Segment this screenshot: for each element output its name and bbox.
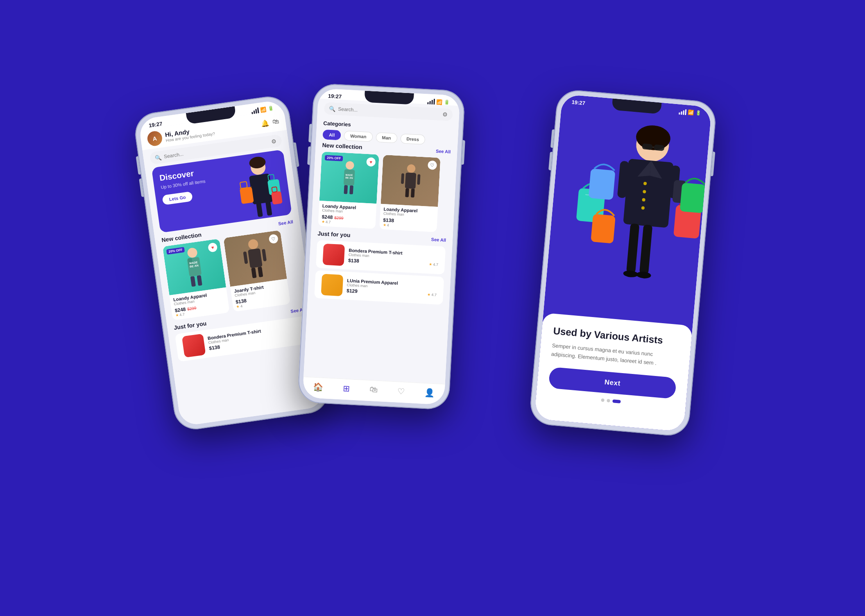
svg-rect-49	[626, 223, 639, 273]
see-all-collection-left[interactable]: See All	[278, 219, 294, 226]
svg-rect-61	[680, 183, 706, 213]
jfy-rating-1-mid: ★ 4.7	[429, 262, 438, 267]
product-card-2-left[interactable]: ♡ Joardy T-shirt Clothes man $138 ★ 4	[223, 230, 290, 312]
svg-rect-50	[639, 224, 652, 274]
nav-heart[interactable]: ♡	[397, 386, 405, 396]
star-icon-1: ★	[175, 313, 179, 317]
svg-rect-33	[405, 188, 409, 197]
svg-rect-7	[240, 181, 247, 188]
person-figure-2	[238, 236, 272, 281]
jfy-star-2: ★	[427, 292, 431, 297]
bell-icon[interactable]: 🔔	[260, 119, 269, 128]
phone-right-screen: 19:27 📶 🔋	[534, 94, 712, 432]
svg-point-51	[623, 270, 638, 278]
svg-point-52	[636, 271, 651, 279]
jfy-see-all-mid[interactable]: See All	[431, 237, 446, 242]
signal-icon-right	[679, 109, 686, 115]
pill-all[interactable]: All	[323, 129, 341, 140]
jfy-rating-2-mid: ★ 4.7	[427, 292, 437, 297]
badge-20-1-mid: 20% OFF	[325, 155, 343, 161]
wifi-icon-left: 📶	[260, 106, 267, 113]
next-button[interactable]: Next	[548, 367, 677, 399]
pill-woman[interactable]: Woman	[344, 131, 373, 142]
jfy-img-1-mid	[322, 244, 345, 266]
phone-right: 19:27 📶 🔋	[529, 89, 717, 437]
svg-rect-23	[243, 251, 248, 264]
search-input-mid[interactable]	[338, 106, 440, 117]
price-current-2-mid: $138	[383, 217, 394, 223]
filter-icon-mid[interactable]: ⚙	[442, 111, 448, 118]
jfy-rating-val-1-mid: 4.7	[433, 263, 438, 267]
nav-grid[interactable]: ⊞	[342, 383, 350, 394]
wifi-icon-right: 📶	[688, 109, 694, 116]
jfy-item-1-mid[interactable]: Bondera Premium T-shirt Clothes man $138…	[316, 240, 446, 274]
time-mid: 19:27	[328, 93, 342, 100]
cart-icon[interactable]: 🛍	[272, 117, 279, 126]
time-right: 19:27	[571, 99, 585, 106]
svg-rect-30	[349, 186, 353, 195]
filter-icon-left[interactable]: ⚙	[271, 138, 277, 145]
jfy-info-1-mid: Bondera Premium T-shirt Clothes man $138…	[348, 248, 439, 268]
jfy-title-mid: Just for you	[317, 230, 351, 238]
jfy-info-2-mid: LUnia Premium Apparel Clothes man $129 ★…	[346, 278, 437, 298]
pill-man[interactable]: Man	[376, 132, 397, 143]
svg-rect-4	[265, 201, 272, 215]
svg-rect-22	[258, 267, 263, 277]
bottom-nav-mid: 🏠 ⊞ 🛍 ♡ 👤	[302, 376, 445, 405]
svg-point-12	[187, 247, 198, 258]
product-card-1-mid[interactable]: MADE BE AN 20% OFF ♥ Loandy Apparel	[318, 152, 379, 229]
battery-icon-right: 🔋	[695, 110, 702, 116]
product-img-1-mid: MADE BE AN 20% OFF ♥	[319, 152, 379, 204]
product-card-2-mid[interactable]: ♡ Loandy Apparel Clothes man $138 ★ 4	[379, 155, 440, 232]
jfy-title-left: Just for you	[174, 320, 207, 331]
svg-rect-54	[654, 145, 664, 151]
banner-button-left[interactable]: Lets Go	[162, 191, 193, 205]
price-current-1-mid: $248	[322, 214, 333, 220]
jfy-item-2-mid[interactable]: LUnia Premium Apparel Clothes man $129 ★…	[314, 270, 444, 305]
dot-1	[601, 398, 605, 402]
wifi-icon-mid: 📶	[436, 99, 443, 105]
svg-rect-59	[591, 214, 616, 244]
svg-rect-5	[240, 187, 254, 204]
star-icon-2-mid: ★	[383, 223, 387, 227]
person-figure-2-mid	[397, 162, 424, 200]
pill-dress[interactable]: Dress	[400, 134, 426, 145]
jfy-img-2-mid	[321, 274, 344, 297]
phone-left-inner: 19:27 📶 🔋 A Hi, Andy How are you feeli	[138, 100, 326, 426]
products-row-left: MADE BE AN 20% OFF ♥ Loandy Apparel	[156, 227, 311, 322]
jfy-price-1-mid: $138	[348, 258, 359, 264]
woman-area-right	[545, 104, 711, 305]
notch-mid	[364, 91, 414, 104]
person-figure-1-mid: MADE BE AN	[336, 159, 362, 197]
jfy-price-2-mid: $129	[346, 288, 358, 294]
star-icon-1-mid: ★	[322, 220, 325, 224]
rating-value-2-left: 4	[240, 304, 242, 308]
status-icons-mid: 📶 🔋	[427, 98, 450, 105]
product-card-1-left[interactable]: MADE BE AN 20% OFF ♥ Loandy Apparel	[163, 239, 230, 321]
nav-home[interactable]: 🏠	[312, 382, 323, 392]
phone-left-screen: 19:27 📶 🔋 A Hi, Andy How are you feeli	[138, 100, 326, 426]
star-icon-2: ★	[236, 304, 240, 309]
nav-person[interactable]: 👤	[424, 387, 435, 398]
rating-value-1-left: 4.7	[179, 312, 185, 317]
search-bar-mid[interactable]: 🔍 ⚙	[324, 102, 453, 121]
svg-rect-58	[589, 168, 616, 200]
svg-rect-53	[642, 143, 652, 150]
dot-3	[612, 399, 621, 403]
svg-rect-36	[417, 174, 420, 185]
phone-mid-inner: 19:27 📶 🔋 🔍 ⚙	[302, 88, 460, 405]
svg-point-19	[248, 239, 259, 250]
svg-point-25	[345, 161, 354, 170]
avatar-left: A	[147, 130, 163, 147]
svg-rect-10	[271, 191, 283, 205]
nav-bag[interactable]: 🛍	[369, 385, 378, 395]
signal-icon-mid	[427, 98, 435, 104]
svg-rect-17	[190, 276, 196, 287]
see-all-collection-mid[interactable]: See All	[436, 149, 451, 154]
battery-icon-left: 🔋	[268, 105, 274, 111]
dot-2	[607, 399, 610, 402]
svg-text:MADE: MADE	[345, 174, 353, 177]
woman-shopping-svg	[545, 104, 711, 305]
phone-mid-screen: 19:27 📶 🔋 🔍 ⚙	[302, 88, 460, 405]
svg-rect-20	[248, 248, 263, 268]
